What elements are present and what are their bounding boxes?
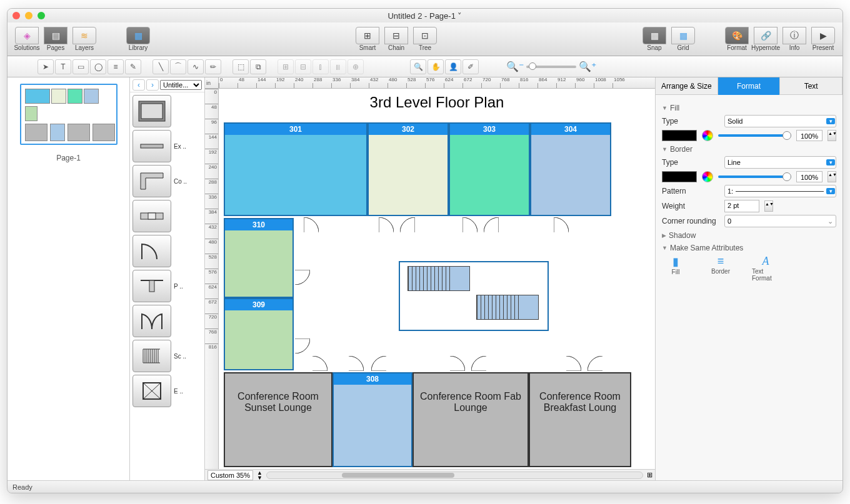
- library-shape[interactable]: Co ..: [132, 165, 202, 197]
- weight-field[interactable]: 2 pt: [724, 200, 759, 212]
- library-shape[interactable]: Ex ..: [132, 130, 202, 162]
- pattern-select[interactable]: 1:▾: [724, 185, 836, 197]
- same-border-button[interactable]: ≡Border: [707, 255, 734, 282]
- toolbar-info[interactable]: ⓘInfo: [780, 27, 809, 51]
- room-303[interactable]: 303: [449, 122, 530, 216]
- ungroup-icon[interactable]: ⊟: [295, 59, 311, 74]
- zoom-stepper-icon[interactable]: ▲▼: [257, 470, 262, 480]
- room-302[interactable]: 302: [368, 122, 449, 216]
- rect-tool-icon[interactable]: ▭: [72, 59, 89, 74]
- border-section[interactable]: ▼Border: [662, 145, 836, 154]
- library-shape[interactable]: Sc ..: [132, 340, 202, 372]
- h-scrollbar[interactable]: [266, 472, 643, 479]
- toolbar-chain[interactable]: ⊟Chain: [382, 27, 411, 51]
- library-shape[interactable]: [132, 305, 202, 337]
- same-text-button[interactable]: AText Format: [752, 255, 779, 282]
- arc-tool-icon[interactable]: ⌒: [170, 59, 186, 74]
- fill-opacity-stepper[interactable]: ▲▼: [828, 130, 836, 141]
- edit-crop-icon[interactable]: ⧉: [250, 59, 266, 74]
- shadow-section[interactable]: ▶Shadow: [662, 231, 836, 240]
- door-icon: [554, 217, 569, 232]
- conf-room-fab[interactable]: Conference Room Fab Lounge: [412, 372, 529, 467]
- toolbar-smart[interactable]: ⊞Smart: [353, 27, 382, 51]
- library-shape[interactable]: E ..: [132, 375, 202, 407]
- fill-opacity-value[interactable]: 100%: [796, 130, 822, 141]
- pencil-tool-icon[interactable]: ✎: [125, 59, 141, 74]
- library-shape[interactable]: [132, 95, 202, 127]
- border-color-swatch[interactable]: [662, 171, 697, 182]
- canvas[interactable]: 3rd Level Floor Plan 301 302 303 304 310: [219, 89, 655, 469]
- zoom-select[interactable]: Custom 35%: [208, 470, 253, 480]
- person-icon[interactable]: 👤: [445, 59, 461, 74]
- library-shape[interactable]: P ..: [132, 270, 202, 302]
- tab-format[interactable]: Format: [718, 77, 781, 95]
- conf-room-sunset[interactable]: Conference Room Sunset Lounge: [224, 372, 332, 467]
- status-bar: Ready: [8, 480, 842, 493]
- toolbar-layers[interactable]: ≋Layers: [70, 27, 99, 51]
- tab-arrange[interactable]: Arrange & Size: [656, 77, 718, 95]
- elevator-area[interactable]: [399, 261, 549, 331]
- zoom-window-icon[interactable]: [38, 12, 45, 19]
- combine-icon[interactable]: ⊕: [348, 59, 364, 74]
- toolbar-format[interactable]: 🎨Format: [722, 27, 751, 51]
- conf-room-breakfast[interactable]: Conference Room Breakfast Loung: [529, 372, 631, 467]
- zoom-out-icon[interactable]: 🔍⁻: [506, 61, 524, 72]
- edit-select-icon[interactable]: ⬚: [232, 59, 249, 74]
- close-icon[interactable]: [12, 12, 20, 19]
- fill-color-swatch[interactable]: [662, 130, 697, 141]
- room-310[interactable]: 310: [224, 218, 294, 298]
- library-select[interactable]: Untitle...: [160, 80, 202, 90]
- align-icon[interactable]: ⫿: [312, 59, 329, 74]
- window-title[interactable]: Untitled 2 - Page-1 ˅: [8, 11, 842, 21]
- toolbar-hypernote[interactable]: 🔗Hypernote: [751, 27, 780, 51]
- line-tool-icon[interactable]: ╲: [152, 59, 169, 74]
- zoom-slider[interactable]: [526, 66, 576, 68]
- toolbar-library[interactable]: ▦Library: [124, 27, 152, 51]
- fit-icon[interactable]: ⊞: [647, 471, 652, 479]
- fill-type-select[interactable]: Solid▾: [724, 115, 836, 127]
- lib-fwd-icon[interactable]: ›: [146, 79, 159, 91]
- page-label[interactable]: Page-1: [14, 154, 123, 162]
- eyedropper-icon[interactable]: ✐: [462, 59, 479, 74]
- border-type-select[interactable]: Line▾: [724, 156, 836, 169]
- zoom-in-icon[interactable]: 🔍: [410, 59, 426, 74]
- ellipse-tool-icon[interactable]: ◯: [90, 59, 106, 74]
- pointer-tool-icon[interactable]: ➤: [38, 59, 54, 74]
- corner-select[interactable]: 0⌄: [724, 215, 836, 227]
- toolbar-pages[interactable]: ▤Pages: [41, 27, 70, 51]
- tab-text[interactable]: Text: [780, 77, 842, 95]
- color-wheel-icon[interactable]: [702, 171, 713, 182]
- fill-opacity-slider[interactable]: [718, 134, 791, 137]
- pan-icon[interactable]: ✋: [428, 59, 444, 74]
- text-tool-icon[interactable]: T: [55, 59, 71, 74]
- border-type-label: Type: [662, 158, 719, 167]
- room-301[interactable]: 301: [224, 122, 368, 216]
- library-shape[interactable]: [132, 200, 202, 232]
- room-304[interactable]: 304: [530, 122, 611, 216]
- weight-stepper[interactable]: ▲▼: [764, 200, 773, 212]
- fill-section[interactable]: ▼Fill: [662, 104, 836, 112]
- distribute-icon[interactable]: ⫼: [330, 59, 346, 74]
- lib-back-icon[interactable]: ‹: [132, 79, 145, 91]
- toolbar-solutions[interactable]: ◈Solutions: [12, 27, 41, 51]
- same-fill-button[interactable]: ▮Fill: [662, 255, 689, 282]
- border-opacity-value[interactable]: 100%: [796, 171, 822, 182]
- page-thumbnail[interactable]: [20, 84, 118, 145]
- zoom-in-icon-2[interactable]: 🔍⁺: [579, 61, 596, 72]
- toolbar-tree[interactable]: ⊡Tree: [411, 27, 439, 51]
- group-icon[interactable]: ⊞: [278, 59, 294, 74]
- room-308[interactable]: 308: [332, 372, 412, 467]
- textblock-tool-icon[interactable]: ≡: [108, 59, 124, 74]
- same-attrs-section[interactable]: ▼Make Same Attributes: [662, 244, 836, 252]
- toolbar-present[interactable]: ▶Present: [809, 27, 838, 51]
- color-wheel-icon[interactable]: [702, 130, 713, 141]
- border-opacity-stepper[interactable]: ▲▼: [828, 171, 836, 182]
- toolbar-grid[interactable]: ▦Grid: [669, 27, 698, 51]
- border-opacity-slider[interactable]: [718, 175, 791, 178]
- minimize-icon[interactable]: [25, 12, 32, 19]
- spline-tool-icon[interactable]: ∿: [188, 59, 204, 74]
- room-309[interactable]: 309: [224, 298, 294, 370]
- brush-tool-icon[interactable]: ✏: [205, 59, 221, 74]
- library-shape[interactable]: [132, 235, 202, 267]
- toolbar-snap[interactable]: ▦Snap: [640, 27, 669, 51]
